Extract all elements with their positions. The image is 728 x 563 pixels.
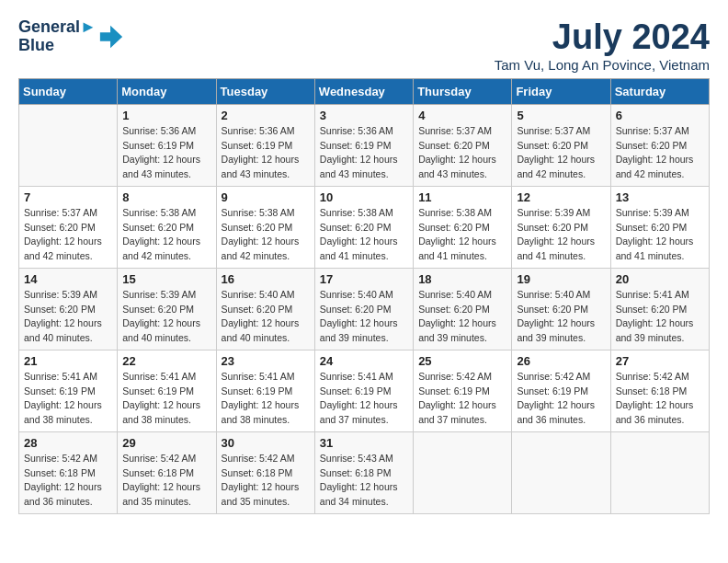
calendar-cell: 7Sunrise: 5:37 AM Sunset: 6:20 PM Daylig…	[19, 186, 118, 268]
day-number: 20	[616, 272, 704, 286]
day-info: Sunrise: 5:42 AM Sunset: 6:19 PM Dayligh…	[517, 370, 605, 428]
calendar-cell: 10Sunrise: 5:38 AM Sunset: 6:20 PM Dayli…	[314, 186, 413, 268]
calendar-cell	[610, 431, 709, 513]
calendar-cell: 5Sunrise: 5:37 AM Sunset: 6:20 PM Daylig…	[512, 104, 610, 186]
day-number: 9	[222, 190, 310, 204]
weekday-header-wednesday: Wednesday	[314, 78, 413, 104]
day-number: 5	[517, 109, 605, 122]
day-number: 25	[418, 354, 506, 368]
day-number: 24	[320, 354, 408, 368]
calendar-cell: 11Sunrise: 5:38 AM Sunset: 6:20 PM Dayli…	[414, 186, 512, 268]
weekday-header-sunday: Sunday	[19, 78, 118, 104]
day-number: 13	[616, 190, 704, 204]
weekday-header-saturday: Saturday	[610, 78, 709, 104]
day-number: 17	[320, 272, 408, 286]
day-number: 1	[122, 109, 210, 122]
day-number: 22	[122, 354, 210, 368]
location: Tam Vu, Long An Povince, Vietnam	[495, 57, 710, 73]
logo: General►Blue	[18, 18, 124, 55]
day-number: 19	[517, 272, 605, 286]
day-info: Sunrise: 5:42 AM Sunset: 6:19 PM Dayligh…	[418, 370, 506, 428]
calendar-cell: 17Sunrise: 5:40 AM Sunset: 6:20 PM Dayli…	[314, 268, 413, 350]
day-number: 16	[222, 272, 310, 286]
calendar-cell: 26Sunrise: 5:42 AM Sunset: 6:19 PM Dayli…	[512, 350, 610, 431]
day-info: Sunrise: 5:39 AM Sunset: 6:20 PM Dayligh…	[122, 288, 210, 346]
day-number: 18	[418, 272, 506, 286]
day-info: Sunrise: 5:41 AM Sunset: 6:20 PM Dayligh…	[616, 288, 704, 346]
calendar-body: 1Sunrise: 5:36 AM Sunset: 6:19 PM Daylig…	[19, 104, 710, 513]
day-number: 3	[320, 109, 408, 122]
day-info: Sunrise: 5:37 AM Sunset: 6:20 PM Dayligh…	[418, 124, 506, 182]
calendar-cell: 29Sunrise: 5:42 AM Sunset: 6:18 PM Dayli…	[118, 431, 216, 513]
day-number: 31	[320, 436, 408, 450]
calendar-cell	[19, 104, 118, 186]
calendar-cell	[512, 431, 610, 513]
weekday-header-row: SundayMondayTuesdayWednesdayThursdayFrid…	[19, 78, 710, 104]
day-info: Sunrise: 5:39 AM Sunset: 6:20 PM Dayligh…	[24, 288, 112, 346]
day-info: Sunrise: 5:36 AM Sunset: 6:19 PM Dayligh…	[122, 124, 210, 182]
day-info: Sunrise: 5:43 AM Sunset: 6:18 PM Dayligh…	[320, 452, 408, 510]
day-info: Sunrise: 5:36 AM Sunset: 6:19 PM Dayligh…	[320, 124, 408, 182]
day-number: 30	[222, 436, 310, 450]
day-number: 23	[222, 354, 310, 368]
calendar-week-5: 28Sunrise: 5:42 AM Sunset: 6:18 PM Dayli…	[19, 431, 710, 513]
day-info: Sunrise: 5:41 AM Sunset: 6:19 PM Dayligh…	[122, 370, 210, 428]
day-info: Sunrise: 5:38 AM Sunset: 6:20 PM Dayligh…	[122, 206, 210, 264]
calendar-cell: 24Sunrise: 5:41 AM Sunset: 6:19 PM Dayli…	[314, 350, 413, 431]
day-info: Sunrise: 5:40 AM Sunset: 6:20 PM Dayligh…	[418, 288, 506, 346]
calendar-cell: 22Sunrise: 5:41 AM Sunset: 6:19 PM Dayli…	[118, 350, 216, 431]
title-block: July 2024 Tam Vu, Long An Povince, Vietn…	[495, 18, 710, 73]
calendar-week-3: 14Sunrise: 5:39 AM Sunset: 6:20 PM Dayli…	[19, 268, 710, 350]
calendar-cell: 13Sunrise: 5:39 AM Sunset: 6:20 PM Dayli…	[610, 186, 709, 268]
calendar-cell: 15Sunrise: 5:39 AM Sunset: 6:20 PM Dayli…	[118, 268, 216, 350]
day-info: Sunrise: 5:37 AM Sunset: 6:20 PM Dayligh…	[24, 206, 112, 264]
day-info: Sunrise: 5:39 AM Sunset: 6:20 PM Dayligh…	[616, 206, 704, 264]
logo-icon	[98, 24, 124, 50]
calendar-cell: 4Sunrise: 5:37 AM Sunset: 6:20 PM Daylig…	[414, 104, 512, 186]
day-info: Sunrise: 5:42 AM Sunset: 6:18 PM Dayligh…	[616, 370, 704, 428]
day-info: Sunrise: 5:38 AM Sunset: 6:20 PM Dayligh…	[320, 206, 408, 264]
calendar-cell: 9Sunrise: 5:38 AM Sunset: 6:20 PM Daylig…	[216, 186, 314, 268]
day-info: Sunrise: 5:40 AM Sunset: 6:20 PM Dayligh…	[222, 288, 310, 346]
calendar-cell	[414, 431, 512, 513]
svg-marker-0	[100, 26, 122, 48]
calendar-cell: 18Sunrise: 5:40 AM Sunset: 6:20 PM Dayli…	[414, 268, 512, 350]
day-number: 4	[418, 109, 506, 122]
day-info: Sunrise: 5:39 AM Sunset: 6:20 PM Dayligh…	[517, 206, 605, 264]
calendar-cell: 16Sunrise: 5:40 AM Sunset: 6:20 PM Dayli…	[216, 268, 314, 350]
calendar-cell: 28Sunrise: 5:42 AM Sunset: 6:18 PM Dayli…	[19, 431, 118, 513]
day-info: Sunrise: 5:42 AM Sunset: 6:18 PM Dayligh…	[122, 452, 210, 510]
calendar-cell: 12Sunrise: 5:39 AM Sunset: 6:20 PM Dayli…	[512, 186, 610, 268]
day-info: Sunrise: 5:41 AM Sunset: 6:19 PM Dayligh…	[320, 370, 408, 428]
calendar-cell: 27Sunrise: 5:42 AM Sunset: 6:18 PM Dayli…	[610, 350, 709, 431]
calendar-cell: 23Sunrise: 5:41 AM Sunset: 6:19 PM Dayli…	[216, 350, 314, 431]
calendar-week-4: 21Sunrise: 5:41 AM Sunset: 6:19 PM Dayli…	[19, 350, 710, 431]
calendar-cell: 6Sunrise: 5:37 AM Sunset: 6:20 PM Daylig…	[610, 104, 709, 186]
day-info: Sunrise: 5:40 AM Sunset: 6:20 PM Dayligh…	[320, 288, 408, 346]
day-info: Sunrise: 5:41 AM Sunset: 6:19 PM Dayligh…	[24, 370, 112, 428]
calendar-week-1: 1Sunrise: 5:36 AM Sunset: 6:19 PM Daylig…	[19, 104, 710, 186]
day-info: Sunrise: 5:42 AM Sunset: 6:18 PM Dayligh…	[24, 452, 112, 510]
day-info: Sunrise: 5:38 AM Sunset: 6:20 PM Dayligh…	[222, 206, 310, 264]
weekday-header-friday: Friday	[512, 78, 610, 104]
weekday-header-thursday: Thursday	[414, 78, 512, 104]
day-number: 12	[517, 190, 605, 204]
calendar-cell: 8Sunrise: 5:38 AM Sunset: 6:20 PM Daylig…	[118, 186, 216, 268]
day-number: 7	[24, 190, 112, 204]
day-number: 11	[418, 190, 506, 204]
month-title: July 2024	[495, 18, 710, 57]
calendar-cell: 2Sunrise: 5:36 AM Sunset: 6:19 PM Daylig…	[216, 104, 314, 186]
calendar-cell: 21Sunrise: 5:41 AM Sunset: 6:19 PM Dayli…	[19, 350, 118, 431]
weekday-header-tuesday: Tuesday	[216, 78, 314, 104]
logo-text: General►Blue	[18, 18, 97, 55]
calendar-cell: 3Sunrise: 5:36 AM Sunset: 6:19 PM Daylig…	[314, 104, 413, 186]
day-info: Sunrise: 5:42 AM Sunset: 6:18 PM Dayligh…	[222, 452, 310, 510]
day-info: Sunrise: 5:40 AM Sunset: 6:20 PM Dayligh…	[517, 288, 605, 346]
day-number: 10	[320, 190, 408, 204]
calendar-week-2: 7Sunrise: 5:37 AM Sunset: 6:20 PM Daylig…	[19, 186, 710, 268]
day-number: 27	[616, 354, 704, 368]
day-info: Sunrise: 5:37 AM Sunset: 6:20 PM Dayligh…	[616, 124, 704, 182]
calendar-cell: 25Sunrise: 5:42 AM Sunset: 6:19 PM Dayli…	[414, 350, 512, 431]
day-number: 6	[616, 109, 704, 122]
calendar-table: SundayMondayTuesdayWednesdayThursdayFrid…	[18, 78, 710, 514]
